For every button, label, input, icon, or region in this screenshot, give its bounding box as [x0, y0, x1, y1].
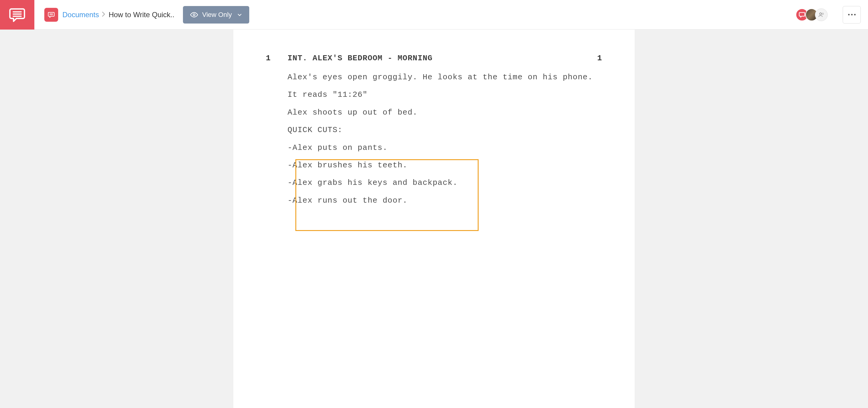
add-collaborator-button[interactable] — [815, 8, 828, 21]
speech-bubble-small-icon — [48, 11, 55, 19]
header-right — [799, 6, 868, 24]
collaborator-avatars — [799, 8, 828, 21]
view-mode-label: View Only — [202, 11, 232, 19]
action-line: Alex shoots up out of bed. — [287, 107, 602, 118]
app-header: Documents How to Write Quick.. View Only — [0, 0, 868, 30]
document-viewport[interactable]: 1 INT. ALEX'S BEDROOM - MORNING 1 Alex's… — [0, 30, 868, 408]
action-line: -Alex grabs his keys and backpack. — [287, 177, 602, 188]
breadcrumb: Documents How to Write Quick.. — [62, 10, 175, 19]
svg-point-7 — [822, 13, 824, 14]
action-line: -Alex puts on pants. — [287, 142, 602, 153]
more-options-button[interactable] — [843, 6, 861, 24]
chevron-down-icon — [237, 12, 242, 17]
scene-heading: INT. ALEX'S BEDROOM - MORNING — [287, 54, 433, 63]
eye-icon — [190, 11, 198, 19]
speech-bubble-avatar-icon — [799, 11, 805, 18]
scene-number-left: 1 — [266, 54, 287, 63]
breadcrumb-root-link[interactable]: Documents — [62, 10, 99, 19]
scene-heading-row: 1 INT. ALEX'S BEDROOM - MORNING 1 — [266, 54, 602, 63]
scene-number-right: 1 — [597, 54, 602, 63]
more-horizontal-icon — [848, 14, 856, 16]
script-page: 1 INT. ALEX'S BEDROOM - MORNING 1 Alex's… — [233, 30, 635, 408]
header-left: Documents How to Write Quick.. View Only — [34, 6, 249, 24]
action-line: Alex's eyes open groggily. He looks at t… — [287, 72, 602, 83]
action-line: -Alex brushes his teeth. — [287, 160, 602, 171]
person-add-icon — [818, 12, 824, 18]
chevron-right-icon — [102, 11, 105, 19]
svg-point-6 — [819, 13, 822, 15]
action-line: QUICK CUTS: — [287, 124, 602, 136]
action-line: -Alex runs out the door. — [287, 195, 602, 206]
document-type-icon[interactable] — [44, 8, 58, 22]
action-line: It reads "11:26" — [287, 89, 602, 100]
speech-bubble-icon — [8, 6, 26, 24]
breadcrumb-current: How to Write Quick.. — [108, 10, 174, 19]
brand-logo[interactable] — [0, 0, 34, 30]
view-mode-button[interactable]: View Only — [183, 6, 250, 24]
svg-point-5 — [193, 13, 195, 16]
